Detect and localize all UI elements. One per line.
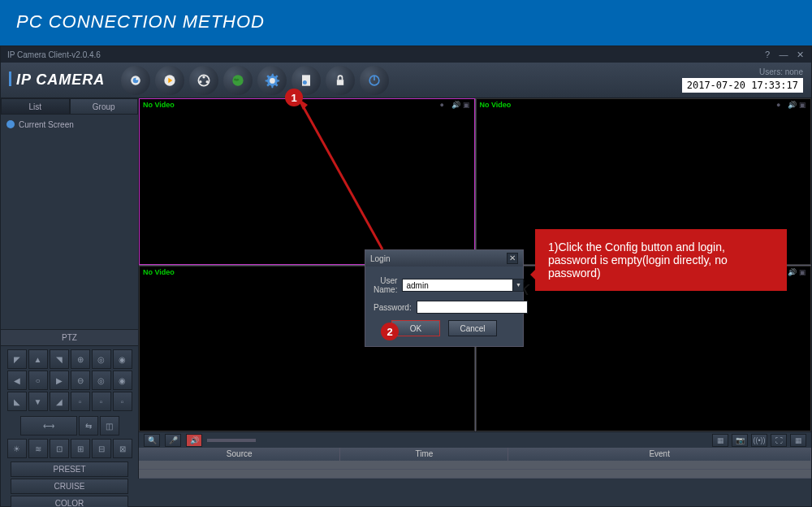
instruction-banner: PC CONNECTION METHOD — [0, 0, 812, 46]
top-toolbar: IP CAMERA Users: none 2017-07-20 17:33:1… — [1, 63, 811, 98]
ptz-extra-1[interactable]: ▫ — [71, 392, 90, 411]
password-label: Password: — [374, 303, 417, 312]
annotation-badge-1: 1 — [285, 89, 303, 106]
login-title: Login — [370, 254, 390, 263]
svg-point-5 — [203, 76, 205, 78]
video-cell-1[interactable]: No Video ●🔊▣ — [139, 98, 475, 265]
login-titlebar: Login ✕ — [365, 250, 523, 266]
rec-icon: ● — [776, 101, 784, 109]
ptz-aux-5[interactable]: ⊟ — [92, 439, 111, 458]
tree-current-screen[interactable]: Current Screen — [4, 118, 135, 131]
ok-button[interactable]: OK — [391, 320, 440, 336]
tab-group[interactable]: Group — [70, 98, 139, 115]
svg-rect-10 — [302, 75, 310, 85]
ptz-extra-2[interactable]: ▫ — [92, 392, 111, 411]
audio-icon: 🔊 — [451, 101, 460, 109]
grid-icon[interactable]: ▦ — [790, 434, 806, 447]
ptz-aux-6[interactable]: ⊠ — [113, 439, 132, 458]
minimize-button[interactable]: — — [779, 50, 788, 59]
screen-icon — [6, 119, 15, 129]
ptz-zoom-out[interactable]: ⊖ — [71, 370, 90, 390]
ptz-panel: PTZ ◤ ▲ ◥ ⊕ ◎ ◉ ◀ ○ ▶ ⊖ ◎ ◉ ◣ ▼ ◢ — [1, 329, 138, 507]
audio-icon: 🔊 — [788, 268, 796, 276]
video-label: No Video — [143, 101, 175, 109]
ptz-zoom-in[interactable]: ⊕ — [71, 349, 90, 369]
audio-icon: 🔊 — [788, 101, 796, 109]
cancel-button[interactable]: Cancel — [448, 320, 497, 336]
power-icon[interactable] — [360, 66, 389, 95]
snap-icon: ▣ — [463, 101, 471, 109]
table-row — [139, 461, 811, 470]
sidebar: List Group Current Screen PTZ ◤ ▲ ◥ ⊕ ◎ … — [1, 98, 139, 479]
ptz-aux-2[interactable]: ◫ — [100, 416, 119, 436]
cruise-button[interactable]: CRUISE — [11, 479, 128, 494]
username-field[interactable] — [402, 279, 512, 292]
snap-icon: ▣ — [799, 268, 807, 276]
ptz-iris-open[interactable]: ◉ — [113, 349, 132, 369]
ptz-up-right[interactable]: ◥ — [50, 349, 69, 369]
color-button[interactable]: COLOR — [11, 496, 128, 507]
video-label: No Video — [143, 268, 175, 276]
svg-point-9 — [270, 78, 275, 84]
ptz-down[interactable]: ▼ — [28, 392, 48, 411]
lock-icon[interactable] — [326, 66, 355, 95]
ptz-title: PTZ — [1, 329, 138, 346]
mic-icon[interactable]: 🎤 — [165, 434, 181, 447]
ptz-focus-near[interactable]: ◎ — [92, 349, 111, 369]
bottom-controls: 🔍 🎤 🔊 ▦ 📷 ((•)) ⛶ ▦ — [139, 431, 811, 448]
banner-title: PC CONNECTION METHOD — [16, 11, 796, 32]
preset-button[interactable]: PRESET — [11, 462, 128, 477]
svg-point-6 — [200, 80, 202, 83]
play-icon[interactable] — [155, 66, 184, 95]
timestamp: 2017-07-20 17:33:17 — [682, 78, 803, 93]
globe-icon[interactable] — [223, 66, 253, 95]
username-label: User Name: — [374, 276, 402, 294]
password-field[interactable] — [417, 301, 528, 314]
ptz-center[interactable]: ○ — [28, 370, 48, 390]
ptz-aux-3[interactable]: ⊡ — [50, 439, 69, 458]
volume-slider[interactable] — [207, 439, 256, 442]
ptz-extra-3[interactable]: ▫ — [113, 392, 132, 411]
window-title: IP Camera Client-v2.0.4.6 — [7, 50, 762, 59]
config-gear-icon[interactable] — [257, 66, 287, 95]
svg-point-11 — [303, 80, 307, 84]
event-table: Source Time Event — [139, 448, 811, 479]
snapshot-icon[interactable]: 📷 — [732, 434, 748, 447]
ptz-left[interactable]: ◀ — [7, 370, 27, 390]
ptz-wiper[interactable]: ≋ — [28, 439, 48, 458]
fullscreen-icon[interactable]: ⛶ — [771, 434, 787, 447]
ptz-slider[interactable]: ⟷ — [20, 416, 77, 436]
search-icon[interactable]: 🔍 — [144, 434, 160, 447]
snap-icon: ▣ — [799, 101, 807, 109]
app-logo: IP CAMERA — [9, 72, 105, 89]
annotation-badge-2: 2 — [381, 323, 399, 340]
login-close-button[interactable]: ✕ — [507, 253, 518, 264]
reel-icon[interactable] — [189, 66, 218, 95]
ptz-iris-close[interactable]: ◉ — [113, 370, 132, 390]
col-source: Source — [139, 448, 340, 461]
ptz-up[interactable]: ▲ — [28, 349, 48, 369]
col-time: Time — [340, 448, 508, 461]
rec-icon: ● — [440, 101, 448, 109]
ptz-right[interactable]: ▶ — [50, 370, 69, 390]
ptz-down-right[interactable]: ◢ — [50, 392, 69, 411]
ptz-aux-4[interactable]: ⊞ — [71, 439, 90, 458]
ptz-focus-far[interactable]: ◎ — [92, 370, 111, 390]
help-button[interactable]: ? — [762, 50, 772, 59]
ptz-down-left[interactable]: ◣ — [7, 392, 27, 411]
layout-icon[interactable]: ▦ — [712, 434, 728, 447]
close-button[interactable]: ✕ — [795, 50, 805, 59]
svg-point-15 — [6, 120, 15, 128]
camera-icon[interactable] — [121, 66, 150, 95]
ptz-up-left[interactable]: ◤ — [7, 349, 27, 369]
speaker-icon[interactable]: 🔊 — [186, 434, 202, 447]
ptz-aux-1[interactable]: ⇆ — [79, 416, 98, 436]
window-titlebar: IP Camera Client-v2.0.4.6 ? — ✕ — [1, 46, 811, 63]
signal-icon[interactable]: ((•)) — [751, 434, 767, 447]
annotation-callout: 1)Click the Config button and login, pas… — [535, 229, 787, 291]
tab-list[interactable]: List — [1, 98, 70, 115]
table-row — [139, 470, 811, 479]
ptz-light[interactable]: ☀ — [7, 439, 27, 458]
svg-point-2 — [136, 78, 139, 80]
user-info: Users: none 2017-07-20 17:33:17 — [682, 67, 803, 93]
